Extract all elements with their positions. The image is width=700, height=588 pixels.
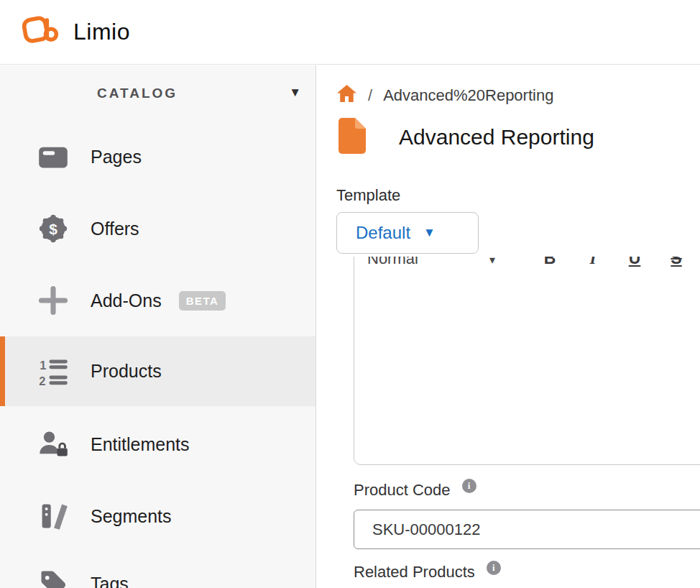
page-title-row: Advanced Reporting xyxy=(336,117,594,157)
template-chevron-down-icon: ▼ xyxy=(423,226,436,240)
brand-name: Limio xyxy=(73,19,130,45)
sidebar-item-label: Entitlements xyxy=(91,434,190,455)
sidebar-item-offers[interactable]: $ Offers xyxy=(0,193,316,265)
product-code-info-icon[interactable]: i xyxy=(462,479,476,493)
sidebar-item-pages[interactable]: Pages xyxy=(0,121,316,193)
catalog-collapse-chevron-icon[interactable]: ▼ xyxy=(289,86,301,100)
sidebar-section-catalog[interactable]: CATALOG ▼ xyxy=(0,80,316,111)
svg-text:2: 2 xyxy=(39,374,45,387)
sidebar-item-products[interactable]: 1 2 Products xyxy=(0,336,316,406)
related-products-label-row: Related Products i xyxy=(354,563,501,582)
sidebar-item-tags[interactable]: Tags xyxy=(0,548,316,588)
beta-badge: BETA xyxy=(179,291,226,311)
limio-logo-icon xyxy=(20,13,60,52)
template-field-label: Template xyxy=(336,186,400,205)
rich-text-editor: Normal ▾ B I U S xyxy=(354,235,700,465)
sidebar-item-label: Offers xyxy=(91,219,139,239)
breadcrumb-separator: / xyxy=(368,86,372,105)
editor-text-area[interactable] xyxy=(354,268,700,441)
tag-icon xyxy=(37,568,69,588)
sidebar-item-label: Products xyxy=(91,361,162,382)
pages-icon xyxy=(37,141,69,173)
app-window: Limio CATALOG ▼ Pages xyxy=(0,0,700,588)
template-select[interactable]: Default ▼ xyxy=(336,212,479,254)
product-code-label: Product Code xyxy=(354,481,451,500)
related-products-info-icon[interactable]: i xyxy=(487,561,501,575)
sidebar-item-label: Tags xyxy=(91,574,129,588)
sidebar: CATALOG ▼ Pages $ xyxy=(0,65,316,588)
product-code-input[interactable] xyxy=(354,510,700,549)
catalog-section-label: CATALOG xyxy=(97,86,178,101)
sidebar-item-label: Pages xyxy=(91,147,142,167)
svg-text:1: 1 xyxy=(40,358,46,371)
related-products-label: Related Products xyxy=(354,563,475,582)
sidebar-item-label: Segments xyxy=(91,506,172,527)
sidebar-item-add-ons[interactable]: Add-Ons BETA xyxy=(0,265,316,336)
numbered-list-icon: 1 2 xyxy=(37,356,69,387)
top-bar: Limio xyxy=(0,0,700,65)
sidebar-item-entitlements[interactable]: Entitlements xyxy=(0,408,316,480)
segments-icon xyxy=(37,500,69,532)
offers-icon: $ xyxy=(37,213,69,244)
template-selected-value: Default xyxy=(356,223,410,243)
document-icon xyxy=(336,117,367,157)
sidebar-item-label: Add-Ons xyxy=(91,290,162,311)
sidebar-item-segments[interactable]: Segments xyxy=(0,480,316,552)
home-icon[interactable] xyxy=(336,84,357,106)
svg-text:$: $ xyxy=(49,221,57,237)
selected-indicator-bar xyxy=(0,336,5,406)
user-lock-icon xyxy=(37,428,69,460)
breadcrumb-current: Advanced%20Reporting xyxy=(383,86,553,105)
main-content: / Advanced%20Reporting Advanced Reportin… xyxy=(317,65,700,588)
product-code-label-row: Product Code i xyxy=(354,481,476,500)
page-title: Advanced Reporting xyxy=(399,125,594,150)
breadcrumb: / Advanced%20Reporting xyxy=(336,84,553,106)
plus-icon xyxy=(37,285,69,316)
